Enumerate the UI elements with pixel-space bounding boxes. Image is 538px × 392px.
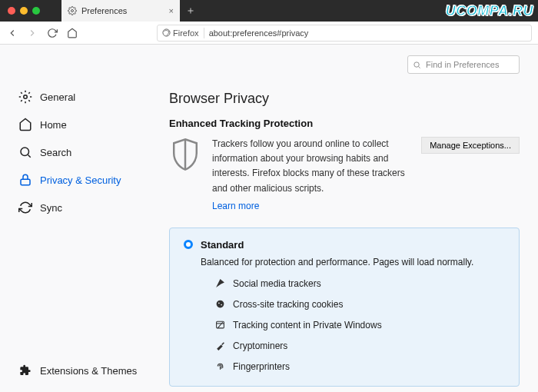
- block-list: Social media trackers Cross-site trackin…: [214, 278, 505, 372]
- block-item-fingerprinters: Fingerprinters: [214, 361, 505, 372]
- block-item-label: Fingerprinters: [233, 361, 290, 372]
- sidebar-item-label: Search: [40, 147, 71, 158]
- sync-icon: [18, 201, 32, 214]
- cookie-icon: [214, 299, 225, 310]
- sidebar-item-label: Sync: [40, 202, 62, 214]
- sidebar: General Home Search Privacy & Security S…: [0, 45, 158, 392]
- search-icon: [413, 61, 421, 69]
- sidebar-item-privacy[interactable]: Privacy & Security: [0, 166, 158, 194]
- block-item-cookies: Cross-site tracking cookies: [214, 299, 505, 310]
- separator: [204, 28, 204, 38]
- page-title: Browser Privacy: [169, 91, 520, 107]
- firefox-icon: [162, 28, 171, 37]
- block-item-tracking-content: Tracking content in Private Windows: [214, 320, 505, 331]
- gear-icon: [68, 6, 77, 15]
- cryptominer-icon: [214, 341, 225, 351]
- new-tab-button[interactable]: [183, 3, 198, 18]
- back-button[interactable]: [6, 27, 18, 39]
- block-item-cryptominers: Cryptominers: [214, 341, 505, 351]
- social-icon: [214, 278, 225, 289]
- standard-card-header: Standard: [184, 239, 505, 251]
- svg-point-8: [414, 61, 419, 66]
- sidebar-item-label: Home: [40, 119, 67, 131]
- svg-point-5: [21, 148, 29, 156]
- find-in-preferences[interactable]: Find in Preferences: [407, 55, 520, 74]
- puzzle-icon: [18, 364, 32, 377]
- sidebar-item-sync[interactable]: Sync: [0, 194, 158, 221]
- identity-box[interactable]: Firefox: [162, 28, 199, 38]
- svg-point-4: [24, 95, 28, 99]
- manage-exceptions-button[interactable]: Manage Exceptions...: [421, 137, 520, 154]
- svg-point-10: [216, 301, 224, 308]
- learn-more-link[interactable]: Learn more: [212, 199, 259, 214]
- forward-button[interactable]: [26, 27, 38, 39]
- home-button[interactable]: [66, 27, 78, 39]
- identity-label: Firefox: [173, 28, 199, 38]
- sidebar-item-label: General: [40, 91, 75, 103]
- svg-rect-7: [21, 179, 30, 185]
- gear-icon: [18, 90, 32, 104]
- svg-line-9: [419, 66, 420, 68]
- etp-desc-text: Trackers follow you around online to col…: [212, 138, 405, 194]
- sidebar-item-label: Privacy & Security: [40, 174, 121, 186]
- svg-line-6: [28, 154, 30, 157]
- window-controls: [0, 7, 61, 15]
- toolbar: Firefox about:preferences#privacy: [0, 22, 538, 45]
- block-item-label: Cross-site tracking cookies: [233, 299, 343, 310]
- svg-point-12: [221, 304, 222, 306]
- tab-preferences[interactable]: Preferences ×: [61, 0, 180, 22]
- sidebar-item-search[interactable]: Search: [0, 138, 158, 166]
- close-tab-icon[interactable]: ×: [169, 6, 174, 15]
- sidebar-item-general[interactable]: General: [0, 83, 158, 111]
- fingerprint-icon: [214, 361, 225, 372]
- shield-icon: [169, 137, 201, 174]
- window-icon: [214, 320, 225, 331]
- find-placeholder: Find in Preferences: [426, 60, 499, 69]
- etp-row: Trackers follow you around online to col…: [169, 137, 520, 214]
- maximize-window-icon[interactable]: [32, 7, 40, 15]
- etp-heading: Enhanced Tracking Protection: [169, 118, 520, 129]
- address-bar[interactable]: Firefox about:preferences#privacy: [157, 25, 532, 42]
- main-panel: Find in Preferences Browser Privacy Enha…: [158, 45, 538, 392]
- standard-radio[interactable]: [184, 240, 193, 249]
- standard-title: Standard: [201, 239, 244, 251]
- block-item-social: Social media trackers: [214, 278, 505, 289]
- block-item-label: Tracking content in Private Windows: [233, 320, 382, 331]
- svg-point-11: [218, 303, 220, 304]
- sidebar-item-label: Extensions & Themes: [40, 365, 137, 377]
- lock-icon: [18, 173, 32, 187]
- close-window-icon[interactable]: [8, 7, 15, 15]
- block-item-label: Social media trackers: [233, 278, 321, 289]
- etp-description: Trackers follow you around online to col…: [212, 137, 410, 214]
- search-icon: [18, 145, 32, 159]
- content: General Home Search Privacy & Security S…: [0, 45, 538, 392]
- reload-button[interactable]: [46, 27, 58, 39]
- tab-label: Preferences: [81, 6, 127, 15]
- url-text: about:preferences#privacy: [209, 28, 309, 38]
- block-item-label: Cryptominers: [233, 341, 287, 351]
- svg-point-0: [71, 10, 74, 12]
- titlebar: Preferences ×: [0, 0, 538, 22]
- standard-card[interactable]: Standard Balanced for protection and per…: [169, 228, 520, 387]
- standard-desc: Balanced for protection and performance.…: [201, 257, 505, 267]
- sidebar-item-home[interactable]: Home: [0, 111, 158, 138]
- sidebar-item-extensions[interactable]: Extensions & Themes: [0, 357, 158, 384]
- minimize-window-icon[interactable]: [20, 7, 28, 15]
- home-icon: [18, 118, 32, 131]
